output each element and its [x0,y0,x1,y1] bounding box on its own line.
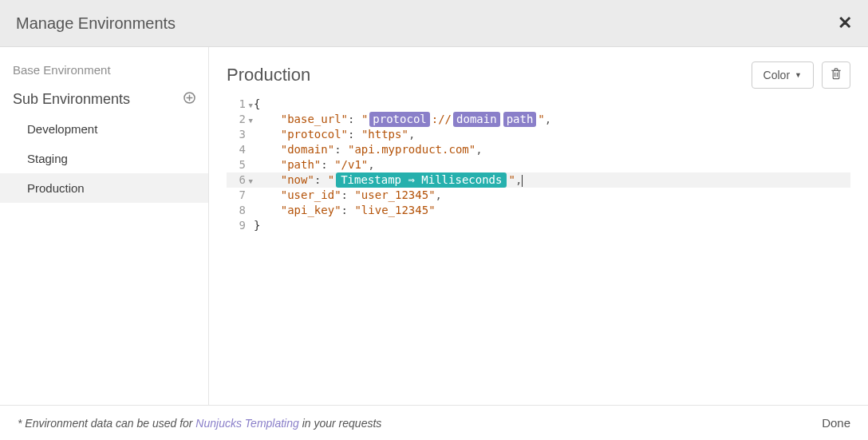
gutter: 5 [227,157,254,172]
editor-line: 8 "api_key": "live_12345" [227,203,850,218]
content-area: Production Color ▼ 1▼ { 2▼ [209,47,868,405]
sidebar: Base Environment Sub Environments Develo… [0,47,209,405]
add-environment-icon[interactable] [183,92,195,107]
dialog-footer: * Environment data can be used for Nunju… [0,405,868,440]
footer-hint: * Environment data can be used for Nunju… [18,417,381,430]
template-tag-domain[interactable]: domain [453,112,500,127]
editor-line: 3 "protocol": "https", [227,127,850,142]
editor-line: 7 "user_id": "user_12345", [227,188,850,203]
environment-list: Development Staging Production [0,114,208,203]
chevron-down-icon: ▼ [795,71,802,79]
template-tag-timestamp[interactable]: Timestamp ⇒ Milliseconds [336,172,507,188]
sidebar-item-development[interactable]: Development [0,114,208,144]
gutter: 3 [227,127,254,142]
sub-environments-label: Sub Environments [13,91,130,108]
editor-line: 4 "domain": "api.myproduct.com", [227,142,850,157]
editor-line: 5 "path": "/v1", [227,157,850,172]
editor-line-active: 6▼ "now": "Timestamp ⇒ Milliseconds", [227,172,850,188]
nunjucks-link[interactable]: Nunjucks Templating [195,417,298,430]
gutter: 1▼ [227,97,254,112]
color-button[interactable]: Color ▼ [752,61,814,89]
template-tag-protocol[interactable]: protocol [369,112,429,127]
delete-button[interactable] [822,61,850,89]
dialog-header: Manage Environments ✕ [0,0,868,47]
code-editor[interactable]: 1▼ { 2▼ "base_url": "protocol://domainpa… [227,97,850,233]
environment-title: Production [227,65,310,85]
base-environment-item[interactable]: Base Environment [0,63,208,91]
editor-line: 1▼ { [227,97,850,112]
trash-icon [831,68,842,82]
action-buttons: Color ▼ [752,61,850,89]
gutter: 4 [227,142,254,157]
gutter: 6▼ [227,172,254,188]
done-button[interactable]: Done [822,416,850,430]
main-area: Base Environment Sub Environments Develo… [0,47,868,405]
sidebar-item-production[interactable]: Production [0,173,208,203]
text-cursor [522,175,523,187]
editor-line: 9 } [227,218,850,233]
close-icon[interactable]: ✕ [838,13,852,34]
editor-line: 2▼ "base_url": "protocol://domainpath", [227,112,850,127]
color-button-label: Color [763,69,790,81]
sidebar-item-staging[interactable]: Staging [0,144,208,173]
gutter: 9 [227,218,254,233]
sub-environments-header: Sub Environments [0,91,208,114]
gutter: 2▼ [227,112,254,127]
gutter: 7 [227,188,254,203]
template-tag-path[interactable]: path [503,112,537,127]
gutter: 8 [227,203,254,218]
dialog-title: Manage Environments [16,14,176,33]
content-header: Production Color ▼ [227,61,850,89]
